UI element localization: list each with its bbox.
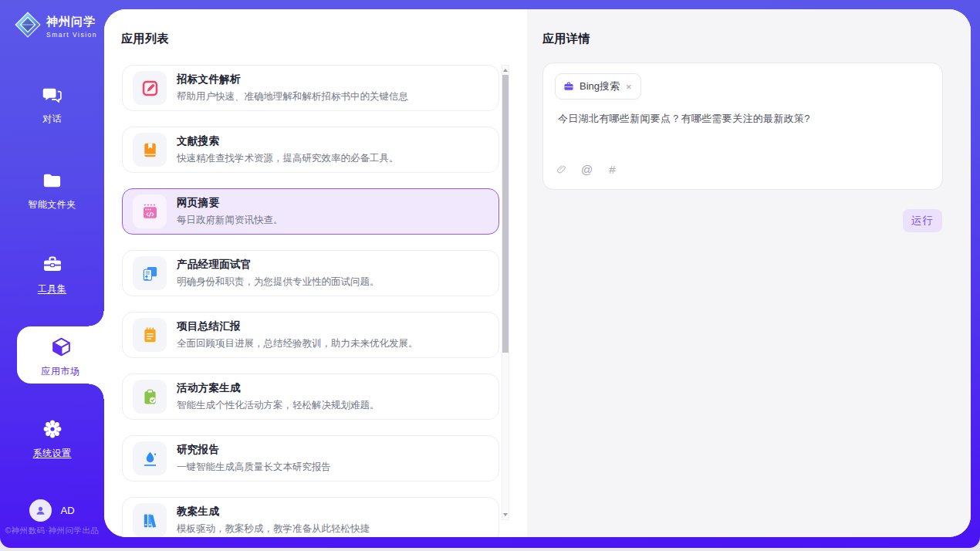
notepad-icon (133, 318, 167, 352)
app-card-description: 明确身份和职责，为您提供专业性的面试问题。 (177, 276, 380, 289)
app-card-title: 文献搜索 (177, 134, 399, 148)
app-logo: 神州问学 Smart Vision (14, 11, 97, 42)
app-card-meta: 网页摘要每日政府新闻资讯快查。 (177, 196, 283, 227)
app-card[interactable]: 产品经理面试官明确身份和职责，为您提供专业性的面试问题。 (122, 250, 499, 296)
sidebar-item-label: 对话 (0, 113, 104, 126)
app-card-meta: 项目总结汇报全面回顾项目进展，总结经验教训，助力未来优化发展。 (177, 319, 418, 350)
app-card[interactable]: 教案生成模板驱动，教案秒成，教学准备从此轻松快捷 (122, 497, 499, 537)
scroll-up-icon[interactable] (502, 66, 509, 75)
briefcase-icon (563, 81, 574, 92)
app-card-meta: 文献搜索快速精准查找学术资源，提高研究效率的必备工具。 (177, 134, 399, 165)
sidebar-item-2[interactable]: 工具集 (0, 254, 104, 296)
run-button[interactable]: 运行 (903, 209, 942, 232)
scroll-down-icon[interactable] (502, 510, 509, 519)
attachment-toolbar: @ # (556, 164, 618, 175)
app-card[interactable]: 文献搜索快速精准查找学术资源，提高研究效率的必备工具。 (122, 127, 499, 173)
app-card[interactable]: 活动方案生成智能生成个性化活动方案，轻松解决规划难题。 (122, 374, 499, 420)
hash-icon[interactable]: # (607, 164, 618, 175)
app-card-title: 研究报告 (177, 443, 331, 457)
interview-icon (133, 256, 167, 290)
diamond-logo-icon (14, 11, 42, 42)
app-card-title: 教案生成 (177, 505, 370, 519)
cube-icon (50, 336, 71, 357)
sidebar-item-label: 智能文件夹 (0, 198, 104, 211)
app-card-title: 活动方案生成 (177, 381, 380, 395)
user-row[interactable]: AD (0, 499, 104, 522)
folder-icon (42, 171, 63, 191)
sidebar-item-label: 应用市场 (17, 365, 104, 378)
clipboard-check-icon (133, 380, 167, 414)
query-text[interactable]: 今日湖北有哪些新闻要点？有哪些需要关注的最新政策? (558, 112, 930, 126)
logo-title: 神州问学 (46, 15, 96, 28)
list-scrollbar[interactable] (502, 65, 509, 520)
app-card[interactable]: 网页摘要每日政府新闻资讯快查。 (122, 188, 499, 235)
copyright-footer: ©神州数码·神州问学出品 (0, 526, 104, 536)
avatar[interactable] (29, 499, 52, 522)
app-card-description: 帮助用户快速、准确地理解和解析招标书中的关键信息 (177, 90, 408, 103)
logo-subtitle: Smart Vision (46, 31, 97, 39)
app-list-panel: 应用列表 招标文件解析帮助用户快速、准确地理解和解析招标书中的关键信息文献搜索快… (104, 9, 527, 537)
app-card-description: 全面回顾项目进展，总结经验教训，助力未来优化发展。 (177, 337, 418, 350)
app-card[interactable]: 项目总结汇报全面回顾项目进展，总结经验教训，助力未来优化发展。 (122, 312, 499, 358)
app-card-meta: 研究报告一键智能生成高质量长文本研究报告 (177, 443, 331, 474)
app-card-meta: 活动方案生成智能生成个性化活动方案，轻松解决规划难题。 (177, 381, 380, 412)
tool-tag-bing[interactable]: Bing搜索 × (555, 73, 641, 100)
app-card-list: 招标文件解析帮助用户快速、准确地理解和解析招标书中的关键信息文献搜索快速精准查找… (122, 65, 499, 537)
browser-code-icon (133, 194, 167, 228)
app-card-title: 项目总结汇报 (177, 319, 418, 333)
app-card-meta: 产品经理面试官明确身份和职责，为您提供专业性的面试问题。 (177, 258, 380, 289)
app-card[interactable]: 研究报告一键智能生成高质量长文本研究报告 (122, 435, 499, 482)
sidebar-item-0[interactable]: 对话 (0, 85, 104, 126)
app-card-description: 模板驱动，教案秒成，教学准备从此轻松快捷 (177, 522, 370, 536)
sidebar-item-label: 系统设置 (0, 447, 104, 460)
app-card[interactable]: 招标文件解析帮助用户快速、准确地理解和解析招标书中的关键信息 (122, 65, 499, 111)
app-card-description: 智能生成个性化活动方案，轻松解决规划难题。 (177, 399, 380, 412)
pen-square-icon (133, 71, 167, 105)
ink-drop-icon (133, 441, 167, 475)
app-card-meta: 教案生成模板驱动，教案秒成，教学准备从此轻松快捷 (177, 505, 370, 536)
app-detail-panel: 应用详情 Bing搜索 × 今日湖北有哪些新闻要点？有哪些需要关注的最新政策? (527, 9, 971, 537)
scrollbar-thumb[interactable] (502, 75, 509, 353)
sidebar-item-3[interactable]: 应用市场 (17, 326, 104, 384)
book-icon (133, 133, 167, 167)
tool-tag-label: Bing搜索 (580, 79, 620, 93)
at-icon[interactable]: @ (581, 164, 593, 175)
paperclip-icon[interactable] (556, 164, 567, 175)
app-card-description: 每日政府新闻资讯快查。 (177, 214, 283, 227)
user-name: AD (60, 505, 74, 516)
sidebar: 神州问学 Smart Vision 对话智能文件夹工具集应用市场系统设置 AD … (0, 0, 104, 548)
toolbox-icon (42, 254, 63, 275)
person-icon (34, 504, 47, 517)
main-content: 应用列表 招标文件解析帮助用户快速、准确地理解和解析招标书中的关键信息文献搜索快… (104, 9, 971, 537)
sidebar-item-label: 工具集 (0, 282, 104, 296)
app-card-title: 招标文件解析 (177, 73, 408, 86)
sidebar-item-4[interactable]: 系统设置 (0, 418, 104, 460)
books-icon (133, 503, 167, 537)
tag-close-icon[interactable]: × (625, 82, 633, 92)
app-card-title: 产品经理面试官 (177, 258, 380, 272)
app-card-description: 一键智能生成高质量长文本研究报告 (177, 461, 331, 474)
prompt-input-card[interactable]: Bing搜索 × 今日湖北有哪些新闻要点？有哪些需要关注的最新政策? @ # (542, 63, 943, 190)
app-card-title: 网页摘要 (177, 196, 283, 210)
app-list-title: 应用列表 (121, 32, 169, 46)
sidebar-item-1[interactable]: 智能文件夹 (0, 171, 104, 211)
gear-icon (42, 418, 63, 439)
app-detail-title: 应用详情 (542, 32, 590, 46)
app-card-description: 快速精准查找学术资源，提高研究效率的必备工具。 (177, 152, 399, 165)
app-card-meta: 招标文件解析帮助用户快速、准确地理解和解析招标书中的关键信息 (177, 73, 408, 103)
chat-icon (42, 85, 63, 106)
